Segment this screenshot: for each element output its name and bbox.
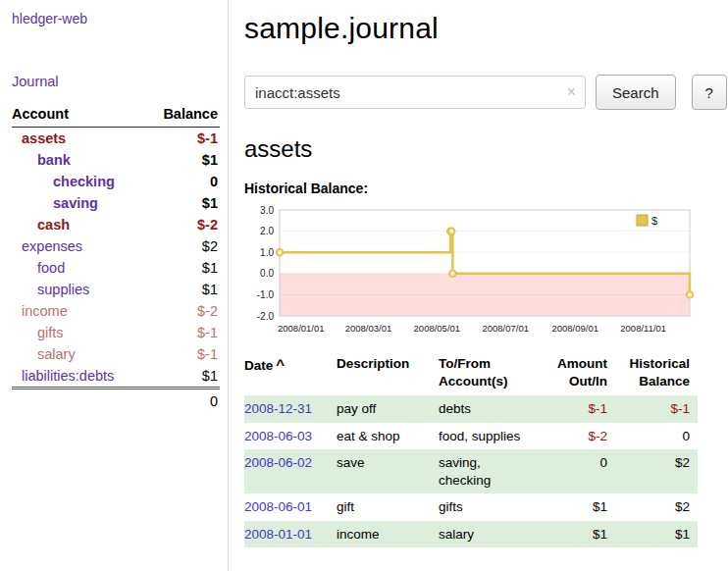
svg-text:2008/07/01: 2008/07/01 xyxy=(482,323,529,334)
account-link[interactable]: cash xyxy=(37,217,70,233)
sidebar: hledger-web Journal Account Balance asse… xyxy=(0,0,229,571)
svg-text:1.0: 1.0 xyxy=(260,247,274,258)
register-table-body: 2008-12-31pay offdebts$-1$-12008-06-03ea… xyxy=(244,395,698,547)
register-accounts: debts xyxy=(439,395,541,423)
register-accounts: gifts xyxy=(439,493,541,521)
transaction-date-link[interactable]: 2008-06-01 xyxy=(244,499,312,514)
historical-balance-chart: 3.02.01.00.0-1.0-2.02008/01/012008/03/01… xyxy=(244,202,698,341)
accounts-total-row: 0 xyxy=(12,389,220,413)
sidebar-item-journal[interactable]: Journal xyxy=(12,74,59,89)
account-cell: gifts xyxy=(12,322,146,343)
account-link[interactable]: gifts xyxy=(37,325,64,340)
accounts-total-value: 0 xyxy=(146,389,220,413)
account-balance: $1 xyxy=(146,149,220,171)
search-input[interactable] xyxy=(244,76,586,109)
account-row: assets$-1 xyxy=(12,128,220,150)
account-balance: $1 xyxy=(146,192,220,214)
account-link[interactable]: food xyxy=(37,260,65,276)
register-description: save xyxy=(337,449,439,493)
transaction-date-link[interactable]: 2008-06-02 xyxy=(244,455,312,470)
register-amount: $1 xyxy=(541,493,615,521)
register-header-accounts: To/From Account(s) xyxy=(439,353,541,395)
account-cell: expenses xyxy=(12,235,146,257)
account-cell: income xyxy=(12,300,146,322)
account-row: checking0 xyxy=(12,171,220,192)
register-row: 2008-06-01giftgifts$1$2 xyxy=(244,493,698,521)
transaction-date-link[interactable]: 2008-01-01 xyxy=(244,527,312,542)
account-link[interactable]: bank xyxy=(37,152,71,168)
account-balance: 0 xyxy=(146,171,220,192)
account-cell: supplies xyxy=(12,279,146,300)
account-balance: $-2 xyxy=(146,214,220,235)
accounts-header-row: Account Balance xyxy=(12,106,220,128)
sidebar-nav: Journal xyxy=(12,73,220,90)
sort-ascending-icon: ^ xyxy=(276,356,285,373)
account-link[interactable]: income xyxy=(22,303,68,319)
account-row: liabilities:debts$1 xyxy=(12,365,220,389)
svg-text:-1.0: -1.0 xyxy=(257,289,275,300)
accounts-header-balance: Balance xyxy=(146,106,220,128)
account-cell: saving xyxy=(12,192,146,214)
account-row: saving$1 xyxy=(12,192,220,214)
clear-search-icon[interactable]: × xyxy=(567,84,576,100)
account-row: food$1 xyxy=(12,257,220,279)
page-title: sample.journal xyxy=(244,12,728,45)
account-row: cash$-2 xyxy=(12,214,220,235)
register-row: 2008-12-31pay offdebts$-1$-1 xyxy=(244,395,698,423)
account-balance: $-1 xyxy=(146,128,220,150)
account-link[interactable]: liabilities:debts xyxy=(22,368,114,384)
account-link[interactable]: checking xyxy=(53,174,115,189)
svg-text:2.0: 2.0 xyxy=(260,226,274,236)
search-bar: × Search ? xyxy=(244,75,728,110)
register-date: 2008-06-02 xyxy=(244,449,337,493)
svg-text:2008/11/01: 2008/11/01 xyxy=(620,323,666,334)
register-date: 2008-12-31 xyxy=(244,395,337,423)
register-row: 2008-01-01incomesalary$1$1 xyxy=(244,521,698,548)
register-table: Date^ Description To/From Account(s) Amo… xyxy=(244,353,698,547)
account-cell: food xyxy=(12,257,146,279)
transaction-date-link[interactable]: 2008-06-03 xyxy=(244,429,312,443)
account-link[interactable]: supplies xyxy=(37,282,89,297)
account-title: assets xyxy=(244,135,728,163)
help-button[interactable]: ? xyxy=(692,75,727,110)
account-link[interactable]: saving xyxy=(53,195,98,211)
app-title-link[interactable]: hledger-web xyxy=(12,11,87,26)
svg-text:2008/05/01: 2008/05/01 xyxy=(414,323,461,334)
transaction-date-link[interactable]: 2008-12-31 xyxy=(244,401,312,416)
main-content: sample.journal × Search ? assets Histori… xyxy=(229,0,728,571)
register-balance: $1 xyxy=(615,521,698,548)
search-button[interactable]: Search xyxy=(596,75,676,110)
register-accounts: salary xyxy=(439,521,541,548)
register-description: eat & shop xyxy=(337,423,439,450)
account-row: expenses$2 xyxy=(12,235,220,257)
accounts-header-account: Account xyxy=(12,106,146,128)
register-header-amount: Amount Out/In xyxy=(541,353,615,395)
hledger-web-app: hledger-web Journal Account Balance asse… xyxy=(0,0,728,571)
account-cell: liabilities:debts xyxy=(12,365,146,389)
register-date: 2008-06-01 xyxy=(244,493,337,521)
account-link[interactable]: salary xyxy=(37,346,76,362)
account-cell: cash xyxy=(12,214,146,235)
register-header-description: Description xyxy=(337,353,439,395)
register-balance: 0 xyxy=(615,423,698,450)
register-header-balance: Historical Balance xyxy=(615,353,698,395)
account-link[interactable]: expenses xyxy=(22,238,82,254)
account-link[interactable]: assets xyxy=(22,130,66,146)
account-balance: $-1 xyxy=(146,322,220,343)
register-description: gift xyxy=(337,493,439,521)
register-balance: $2 xyxy=(615,449,698,493)
register-description: pay off xyxy=(337,395,439,423)
register-date: 2008-01-01 xyxy=(244,521,337,548)
account-balance: $1 xyxy=(146,257,220,279)
account-balance: $1 xyxy=(146,279,220,300)
register-header-date[interactable]: Date^ xyxy=(244,353,337,395)
account-cell: bank xyxy=(12,149,146,171)
accounts-table: Account Balance assets$-1bank$1checking0… xyxy=(12,106,220,412)
register-description: income xyxy=(337,521,439,548)
register-accounts: saving, checking xyxy=(439,449,541,493)
svg-text:2008/09/01: 2008/09/01 xyxy=(551,323,598,334)
register-amount: $-2 xyxy=(541,423,615,450)
account-row: gifts$-1 xyxy=(12,322,220,343)
account-cell: assets xyxy=(12,128,146,150)
account-balance: $-1 xyxy=(146,343,220,365)
